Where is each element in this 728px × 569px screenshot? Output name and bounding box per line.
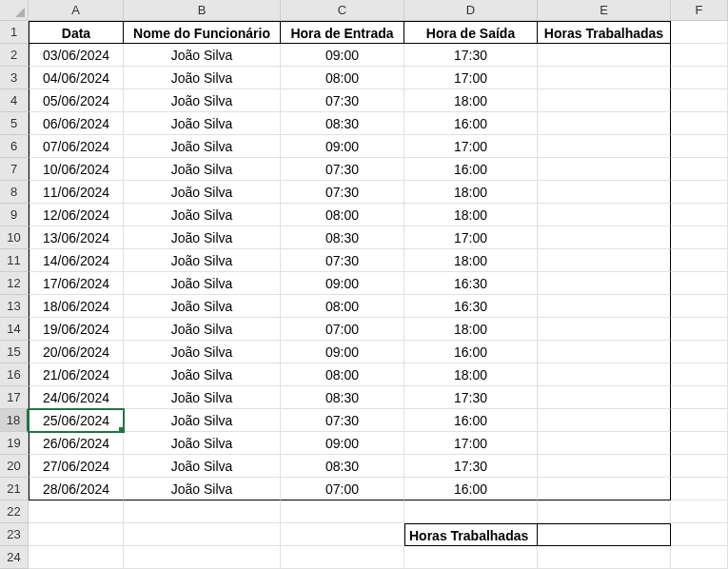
col-header-e[interactable]: E — [538, 0, 671, 21]
cell-saida[interactable]: 16:30 — [404, 272, 538, 295]
summary-value[interactable] — [538, 523, 671, 546]
cell[interactable] — [671, 135, 728, 158]
row-header[interactable]: 2 — [0, 44, 29, 67]
cell-saida[interactable]: 16:30 — [404, 295, 538, 318]
cell-nome[interactable]: João Silva — [124, 295, 281, 318]
cell[interactable] — [124, 546, 281, 569]
cell-nome[interactable]: João Silva — [124, 181, 281, 204]
cell-horas[interactable] — [538, 158, 671, 181]
cell-horas[interactable] — [538, 44, 671, 67]
cell-horas[interactable] — [538, 386, 671, 409]
row-header[interactable]: 23 — [0, 523, 29, 546]
cell-saida[interactable]: 16:00 — [404, 341, 538, 363]
cell-data[interactable]: 11/06/2024 — [29, 181, 124, 204]
cell-saida[interactable]: 16:00 — [404, 409, 538, 432]
cell[interactable] — [671, 500, 728, 523]
cell[interactable] — [671, 295, 728, 318]
cell-data[interactable]: 25/06/2024 — [29, 409, 124, 432]
header-data[interactable]: Data — [29, 21, 124, 44]
cell[interactable] — [671, 249, 728, 272]
cell-entrada[interactable]: 07:00 — [281, 318, 404, 341]
summary-label[interactable]: Horas Trabalhadas — [404, 523, 538, 546]
cell-saida[interactable]: 17:00 — [404, 432, 538, 455]
cell-saida[interactable]: 16:00 — [404, 158, 538, 181]
cell-saida[interactable]: 18:00 — [404, 181, 538, 204]
cell[interactable] — [124, 500, 281, 523]
row-header[interactable]: 5 — [0, 112, 29, 135]
cell[interactable] — [671, 226, 728, 249]
cell-data[interactable]: 06/06/2024 — [29, 112, 124, 135]
row-header[interactable]: 14 — [0, 318, 29, 341]
row-header[interactable]: 4 — [0, 89, 29, 112]
cell-entrada[interactable]: 08:00 — [281, 295, 404, 318]
row-header[interactable]: 21 — [0, 478, 29, 500]
cell-entrada[interactable]: 07:30 — [281, 249, 404, 272]
cell-data[interactable]: 04/06/2024 — [29, 67, 124, 89]
cell[interactable] — [671, 455, 728, 478]
cell-saida[interactable]: 17:00 — [404, 135, 538, 158]
cell[interactable] — [124, 523, 281, 546]
cell-data[interactable]: 17/06/2024 — [29, 272, 124, 295]
cell[interactable] — [671, 546, 728, 569]
cell-horas[interactable] — [538, 135, 671, 158]
cell-horas[interactable] — [538, 409, 671, 432]
row-header[interactable]: 12 — [0, 272, 29, 295]
cell[interactable] — [671, 523, 728, 546]
cell-entrada[interactable]: 07:00 — [281, 478, 404, 500]
cell[interactable] — [671, 318, 728, 341]
cell-horas[interactable] — [538, 112, 671, 135]
cell-horas[interactable] — [538, 363, 671, 386]
cell-nome[interactable]: João Silva — [124, 478, 281, 500]
cell-entrada[interactable]: 08:00 — [281, 67, 404, 89]
cell-nome[interactable]: João Silva — [124, 67, 281, 89]
cell-horas[interactable] — [538, 272, 671, 295]
cell-data[interactable]: 13/06/2024 — [29, 226, 124, 249]
cell[interactable] — [538, 546, 671, 569]
cell[interactable] — [671, 432, 728, 455]
cell-horas[interactable] — [538, 204, 671, 226]
cell[interactable] — [281, 546, 404, 569]
cell-entrada[interactable]: 09:00 — [281, 135, 404, 158]
cell-saida[interactable]: 17:00 — [404, 67, 538, 89]
cell-data[interactable]: 07/06/2024 — [29, 135, 124, 158]
cell[interactable] — [671, 67, 728, 89]
cell[interactable] — [671, 181, 728, 204]
row-header[interactable]: 13 — [0, 295, 29, 318]
cell-saida[interactable]: 18:00 — [404, 204, 538, 226]
row-header[interactable]: 10 — [0, 226, 29, 249]
cell[interactable] — [671, 272, 728, 295]
cell-horas[interactable] — [538, 478, 671, 500]
cell-nome[interactable]: João Silva — [124, 432, 281, 455]
cell-entrada[interactable]: 09:00 — [281, 44, 404, 67]
cell-horas[interactable] — [538, 67, 671, 89]
cell[interactable] — [404, 500, 538, 523]
cell-nome[interactable]: João Silva — [124, 455, 281, 478]
cell-saida[interactable]: 18:00 — [404, 89, 538, 112]
cell[interactable] — [671, 158, 728, 181]
cell[interactable] — [671, 21, 728, 44]
cell-entrada[interactable]: 09:00 — [281, 432, 404, 455]
cell-entrada[interactable]: 08:30 — [281, 112, 404, 135]
cell-data[interactable]: 03/06/2024 — [29, 44, 124, 67]
row-header[interactable]: 16 — [0, 363, 29, 386]
cell-entrada[interactable]: 08:00 — [281, 204, 404, 226]
cell-entrada[interactable]: 08:30 — [281, 226, 404, 249]
cell-saida[interactable]: 17:30 — [404, 44, 538, 67]
row-header[interactable]: 17 — [0, 386, 29, 409]
header-entrada[interactable]: Hora de Entrada — [281, 21, 404, 44]
col-header-a[interactable]: A — [29, 0, 124, 21]
cell-nome[interactable]: João Silva — [124, 226, 281, 249]
cell-saida[interactable]: 17:30 — [404, 455, 538, 478]
cell-nome[interactable]: João Silva — [124, 318, 281, 341]
cell-horas[interactable] — [538, 318, 671, 341]
cell-entrada[interactable]: 07:30 — [281, 409, 404, 432]
cell[interactable] — [671, 478, 728, 500]
cell-saida[interactable]: 16:00 — [404, 478, 538, 500]
cell-entrada[interactable]: 08:30 — [281, 386, 404, 409]
cell[interactable] — [29, 500, 124, 523]
cell-data[interactable]: 26/06/2024 — [29, 432, 124, 455]
cell-horas[interactable] — [538, 432, 671, 455]
cell-saida[interactable]: 18:00 — [404, 318, 538, 341]
col-header-f[interactable]: F — [671, 0, 728, 21]
header-saida[interactable]: Hora de Saída — [404, 21, 538, 44]
